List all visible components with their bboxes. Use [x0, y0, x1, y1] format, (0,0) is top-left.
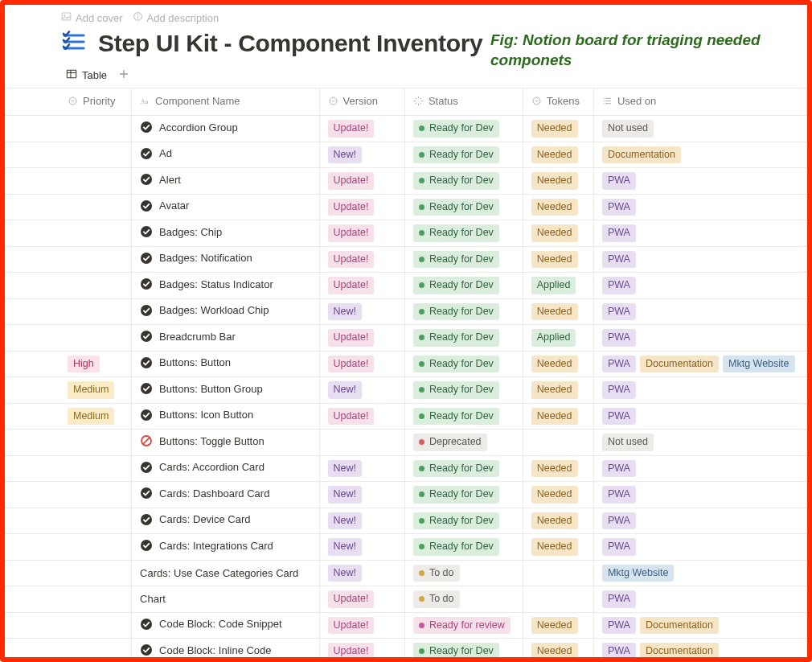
- cell-version[interactable]: Update!: [319, 116, 404, 142]
- cell-used-on[interactable]: Not used: [593, 430, 806, 456]
- cell-name[interactable]: Code Block: Inline Code: [132, 639, 319, 663]
- table-row[interactable]: Breadcrumb BarUpdate!Ready for DevApplie…: [5, 325, 807, 352]
- cell-priority[interactable]: [5, 194, 132, 220]
- cell-version[interactable]: New!: [319, 377, 404, 404]
- cell-name[interactable]: Code Block: Code Snippet: [132, 612, 319, 639]
- cell-tokens[interactable]: Needed: [523, 403, 593, 430]
- table-row[interactable]: HighButtons: ButtonUpdate!Ready for DevN…: [5, 351, 807, 377]
- cell-status[interactable]: Ready for Dev: [404, 482, 523, 508]
- cell-version[interactable]: New!: [319, 142, 404, 168]
- cell-version[interactable]: Update!: [319, 351, 404, 377]
- view-tab-table[interactable]: Table: [61, 65, 112, 85]
- cell-used-on[interactable]: PWA: [593, 377, 806, 404]
- cell-version[interactable]: Update!: [319, 168, 404, 195]
- cell-version[interactable]: [319, 430, 404, 456]
- cell-used-on[interactable]: PWA: [593, 403, 806, 430]
- cell-name[interactable]: Badges: Notification: [132, 246, 319, 273]
- cell-used-on[interactable]: PWA: [593, 482, 806, 508]
- page-icon[interactable]: [61, 29, 87, 58]
- cell-status[interactable]: Ready for Dev: [404, 246, 523, 273]
- cell-version[interactable]: Update!: [319, 403, 404, 430]
- cell-priority[interactable]: [5, 168, 132, 195]
- cell-used-on[interactable]: PWA: [593, 194, 806, 220]
- cell-priority[interactable]: [5, 482, 132, 508]
- cell-name[interactable]: Accordion Group: [132, 116, 319, 142]
- table-row[interactable]: Cards: Device CardNew!Ready for DevNeede…: [5, 508, 807, 534]
- table-row[interactable]: Badges: NotificationUpdate!Ready for Dev…: [5, 246, 807, 273]
- cell-tokens[interactable]: Needed: [523, 298, 593, 325]
- cell-status[interactable]: Ready for Dev: [404, 273, 523, 299]
- col-status[interactable]: Status: [404, 88, 523, 116]
- cell-priority[interactable]: [5, 325, 132, 352]
- cell-name[interactable]: Buttons: Button: [132, 351, 319, 377]
- cell-tokens[interactable]: Needed: [523, 377, 593, 404]
- cell-name[interactable]: Cards: Accordion Card: [132, 455, 319, 482]
- cell-name[interactable]: Avatar: [132, 194, 319, 220]
- cell-used-on[interactable]: PWADocumentation: [593, 639, 806, 663]
- cell-tokens[interactable]: Needed: [523, 116, 593, 142]
- cell-name[interactable]: Cards: Use Case Categories Card: [132, 560, 319, 586]
- cell-name[interactable]: Cards: Dashboard Card: [132, 482, 319, 508]
- cell-status[interactable]: Ready for Dev: [404, 168, 523, 195]
- cell-status[interactable]: Ready for Dev: [404, 351, 523, 377]
- cell-tokens[interactable]: [523, 560, 593, 586]
- cell-name[interactable]: Buttons: Button Group: [132, 377, 319, 404]
- cell-used-on[interactable]: Not used: [593, 116, 806, 142]
- cell-status[interactable]: Ready for Dev: [404, 116, 523, 142]
- cell-tokens[interactable]: Needed: [523, 534, 593, 561]
- cell-priority[interactable]: [5, 298, 132, 325]
- cell-status[interactable]: Ready for Dev: [404, 403, 523, 430]
- table-row[interactable]: Cards: Dashboard CardNew!Ready for DevNe…: [5, 482, 807, 508]
- cell-priority[interactable]: [5, 246, 132, 273]
- cell-used-on[interactable]: PWADocumentationMktg Website: [593, 351, 806, 377]
- cell-status[interactable]: Ready for review: [404, 612, 523, 639]
- table-row[interactable]: Cards: Accordion CardNew!Ready for DevNe…: [5, 455, 807, 482]
- cell-version[interactable]: New!: [319, 534, 404, 561]
- table-row[interactable]: Badges: Status IndicatorUpdate!Ready for…: [5, 273, 807, 299]
- cell-name[interactable]: Badges: Workload Chip: [132, 298, 319, 325]
- table-row[interactable]: AdNew!Ready for DevNeededDocumentation: [5, 142, 807, 168]
- cell-version[interactable]: Update!: [319, 220, 404, 247]
- add-description-button[interactable]: Add description: [133, 11, 219, 24]
- cell-used-on[interactable]: PWA: [593, 325, 806, 352]
- table-row[interactable]: AvatarUpdate!Ready for DevNeededPWA: [5, 194, 807, 220]
- cell-priority[interactable]: [5, 220, 132, 247]
- cell-tokens[interactable]: Applied: [523, 273, 593, 299]
- cell-status[interactable]: Ready for Dev: [404, 194, 523, 220]
- cell-status[interactable]: Ready for Dev: [404, 455, 523, 482]
- cell-status[interactable]: Ready for Dev: [404, 534, 523, 561]
- cell-version[interactable]: New!: [319, 508, 404, 534]
- cell-tokens[interactable]: Needed: [523, 455, 593, 482]
- cell-version[interactable]: New!: [319, 482, 404, 508]
- cell-used-on[interactable]: PWA: [593, 586, 806, 613]
- table-row[interactable]: Buttons: Toggle ButtonDeprecatedNot used: [5, 430, 807, 456]
- cell-name[interactable]: Badges: Status Indicator: [132, 273, 319, 299]
- cell-used-on[interactable]: PWA: [593, 220, 806, 247]
- cell-status[interactable]: Ready for Dev: [404, 377, 523, 404]
- cell-tokens[interactable]: Needed: [523, 220, 593, 247]
- cell-version[interactable]: New!: [319, 455, 404, 482]
- page-title[interactable]: Step UI Kit - Component Inventory: [98, 30, 482, 57]
- cell-tokens[interactable]: Needed: [523, 612, 593, 639]
- cell-tokens[interactable]: Needed: [523, 168, 593, 195]
- cell-name[interactable]: Buttons: Icon Button: [132, 403, 319, 430]
- cell-priority[interactable]: Medium: [5, 377, 132, 404]
- cell-name[interactable]: Badges: Chip: [132, 220, 319, 247]
- cell-tokens[interactable]: [523, 430, 593, 456]
- cell-name[interactable]: Buttons: Toggle Button: [132, 430, 319, 456]
- cell-status[interactable]: Ready for Dev: [404, 639, 523, 663]
- cell-version[interactable]: Update!: [319, 273, 404, 299]
- cell-used-on[interactable]: PWA: [593, 508, 806, 534]
- cell-version[interactable]: New!: [319, 298, 404, 325]
- table-row[interactable]: AlertUpdate!Ready for DevNeededPWA: [5, 168, 807, 195]
- cell-status[interactable]: To do: [404, 586, 523, 613]
- cell-version[interactable]: Update!: [319, 194, 404, 220]
- cell-priority[interactable]: [5, 612, 132, 639]
- cell-name[interactable]: Breadcrumb Bar: [132, 325, 319, 352]
- cell-tokens[interactable]: Needed: [523, 508, 593, 534]
- cell-used-on[interactable]: PWA: [593, 168, 806, 195]
- cell-name[interactable]: Cards: Device Card: [132, 508, 319, 534]
- table-row[interactable]: Badges: Workload ChipNew!Ready for DevNe…: [5, 298, 807, 325]
- cell-priority[interactable]: High: [5, 351, 132, 377]
- col-priority[interactable]: Priority: [5, 88, 132, 116]
